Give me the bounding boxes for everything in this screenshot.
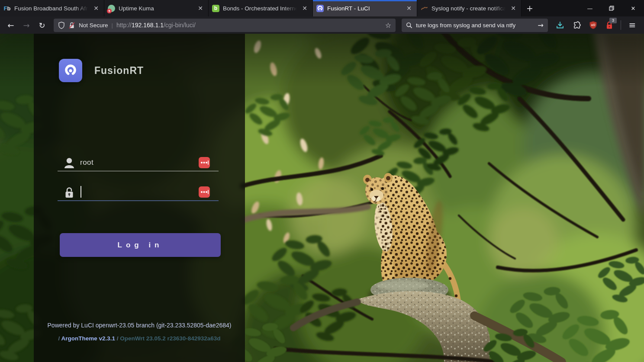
search-bar[interactable]: ture logs from syslog and send via ntfy … (402, 19, 548, 32)
url-scheme: http:// (116, 22, 132, 29)
password-manager-icon[interactable] (199, 157, 210, 168)
tab-bonds[interactable]: b Bonds - Orchestrated Interne ✕ (209, 0, 313, 16)
window-controls: — ✕ (579, 0, 644, 16)
close-tab-icon[interactable]: ✕ (509, 5, 518, 12)
puzzle-icon (573, 21, 581, 29)
browser-tab-bar: Fb Fusion Broadband South Afric ✕ 5 Upti… (0, 0, 644, 16)
url-host: 192.168.1.1 (132, 22, 164, 29)
download-icon (556, 21, 564, 29)
footer-slash: / (115, 335, 120, 342)
brand-title: FusionRT (94, 59, 144, 82)
menu-button[interactable]: ≡ (625, 18, 639, 32)
login-button[interactable]: Log in (60, 233, 221, 257)
ntfy-favicon (421, 5, 428, 12)
tabbar-spacer (538, 0, 579, 16)
shield-icon[interactable] (58, 22, 65, 29)
page-viewport: FusionRT (0, 34, 644, 362)
luci-branch-link[interactable]: Powered by LuCI openwrt-23.05 branch (gi… (48, 322, 232, 329)
restore-icon (609, 6, 614, 11)
minimize-button[interactable]: — (579, 0, 601, 16)
argon-theme-link[interactable]: ArgonTheme v2.3.1 (61, 335, 115, 342)
extensions-button[interactable] (570, 18, 583, 32)
svg-text:uO: uO (591, 23, 595, 26)
url-path: /cgi-bin/luci/ (164, 22, 196, 29)
toolbar-divider (621, 20, 621, 30)
kuma-badge: 5 (107, 9, 112, 13)
close-tab-icon[interactable]: ✕ (300, 5, 309, 12)
fusionrt-ring-icon (316, 5, 324, 12)
forward-button[interactable]: → (19, 18, 34, 32)
tab-fusion-broadband[interactable]: Fb Fusion Broadband South Afric ✕ (0, 0, 104, 16)
close-window-button[interactable]: ✕ (622, 0, 644, 16)
password-field[interactable] (58, 185, 219, 201)
close-tab-icon[interactable]: ✕ (92, 5, 100, 12)
tab-title: Bonds - Orchestrated Interne (223, 5, 297, 12)
browser-window: Fb Fusion Broadband South Afric ✕ 5 Upti… (0, 0, 644, 362)
ublock-button[interactable]: uO (586, 18, 600, 32)
search-input[interactable]: ture logs from syslog and send via ntfy (416, 22, 535, 29)
tab-uptime-kuma[interactable]: 5 Uptime Kuma ✕ (104, 0, 209, 16)
tab-title: FusionRT - LuCI (327, 5, 401, 12)
user-icon (64, 157, 75, 169)
security-label: Not Secure (79, 22, 108, 29)
toolbar-icons: uO 3 ≡ (553, 18, 639, 32)
reload-button[interactable]: ↻ (35, 18, 49, 32)
browser-nav-bar: ← → ↻ Not Secure | http://192.168.1.1/cg… (0, 16, 644, 34)
footer-powered-by: Powered by LuCI openwrt-23.05 branch (gi… (34, 322, 245, 329)
password-vault-button[interactable]: 3 (602, 18, 616, 32)
fusionrt-logo-ring-icon (63, 63, 78, 78)
footer-version-line: / ArgonTheme v2.3.1 / OpenWrt 23.05.2 r2… (34, 335, 245, 342)
fusionrt-logo (59, 59, 82, 82)
insecure-lock-icon[interactable] (68, 22, 75, 29)
search-submit-icon[interactable]: → (538, 21, 544, 29)
username-field[interactable] (58, 155, 219, 171)
url-divider: | (112, 22, 113, 29)
restore-button[interactable] (601, 0, 622, 16)
address-bar[interactable]: Not Secure | http://192.168.1.1/cgi-bin/… (54, 19, 396, 32)
tab-title: Uptime Kuma (119, 5, 193, 12)
bonds-favicon: b (212, 5, 219, 12)
username-input[interactable] (80, 155, 180, 170)
password-manager-icon[interactable] (199, 186, 210, 198)
fusionrt-favicon (316, 5, 324, 12)
tab-title: Syslog notify - create notifica (431, 5, 506, 12)
bookmark-star-icon[interactable]: ☆ (385, 21, 391, 29)
openwrt-version-link[interactable]: OpenWrt 23.05.2 r23630-842932a63d (120, 335, 220, 342)
back-button[interactable]: ← (3, 18, 18, 32)
tab-title: Fusion Broadband South Afric (14, 5, 88, 12)
tab-fusionrt-active[interactable]: FusionRT - LuCI ✕ (313, 0, 417, 16)
unlock-icon (64, 186, 75, 198)
login-panel: FusionRT (34, 34, 245, 362)
search-icon (406, 22, 412, 29)
close-tab-icon[interactable]: ✕ (196, 5, 205, 12)
tab-syslog-notify[interactable]: Syslog notify - create notifica ✕ (417, 0, 522, 16)
uptime-kuma-favicon: 5 (108, 5, 115, 12)
close-tab-icon[interactable]: ✕ (405, 5, 413, 12)
fusion-broadband-favicon: Fb (3, 5, 11, 12)
vault-badge: 3 (609, 18, 617, 23)
url-text[interactable]: http://192.168.1.1/cgi-bin/luci/ (116, 22, 196, 29)
ublock-shield-icon: uO (589, 21, 597, 29)
new-tab-button[interactable]: + (522, 0, 538, 16)
password-input[interactable] (80, 185, 180, 199)
downloads-button[interactable] (553, 18, 567, 32)
